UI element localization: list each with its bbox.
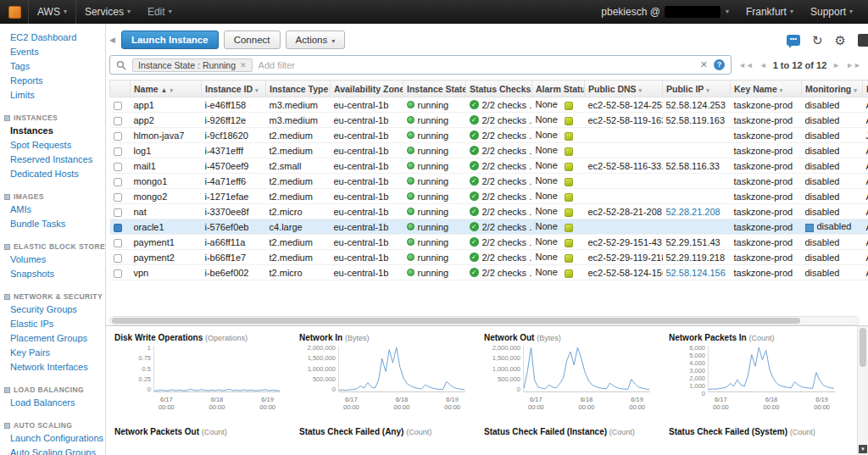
chart-status-check-failed-system[interactable]: Status Check Failed (System) (Count) (669, 424, 854, 438)
sidebar-item-bundle-tasks[interactable]: Bundle Tasks (0, 217, 105, 231)
row-checkbox[interactable] (114, 254, 122, 263)
table-row-app1[interactable]: app1i-e46ff158m3.mediumeu-central-1brunn… (110, 97, 868, 113)
public-ip-cell[interactable]: 52.28.21.208 (663, 204, 731, 219)
sidebar-item-spot-requests[interactable]: Spot Requests (0, 138, 105, 153)
row-checkbox[interactable] (114, 163, 122, 171)
column-header-key-name[interactable]: Key Name▾ (731, 80, 802, 97)
filter-help-icon[interactable]: ? (714, 59, 725, 70)
create-alarm-icon[interactable] (565, 163, 573, 171)
actions-button[interactable]: Actions▾ (286, 31, 346, 49)
nav-menu-aws[interactable]: AWS ▾ (29, 0, 75, 24)
clear-filters-icon[interactable]: ✕ (700, 59, 708, 70)
chart-network-in[interactable]: Network In (Bytes)2,000,0001,500,0001,00… (299, 330, 484, 411)
column-header-checkbox[interactable] (110, 80, 131, 97)
column-header-instance-type[interactable]: Instance Type▾ (266, 80, 331, 97)
nav-menu-edit[interactable]: Edit ▾ (139, 0, 181, 24)
sidebar-item-auto-scaling-groups[interactable]: Auto Scaling Groups (0, 446, 105, 455)
vertical-scrollbar-thumb[interactable] (860, 328, 866, 367)
create-alarm-icon[interactable] (565, 224, 573, 232)
row-checkbox[interactable] (114, 208, 122, 217)
chart-network-out[interactable]: Network Out (Bytes)2,000,0001,500,0001,0… (484, 330, 669, 411)
first-page-icon[interactable]: ◄◄ (738, 61, 754, 69)
table-row-hlmon-java7[interactable]: hlmon-java7i-9cf18620t2.mediumeu-central… (110, 128, 868, 143)
column-header-public-dns[interactable]: Public DNS▾ (585, 80, 663, 97)
column-header-status-checks[interactable]: Status Checks▾ (466, 80, 532, 97)
sidebar-item-security-groups[interactable]: Security Groups (0, 302, 105, 317)
sidebar-item-load-balancers[interactable]: Load Balancers (0, 396, 105, 410)
column-header-public-ip[interactable]: Public IP▾ (663, 80, 731, 97)
column-header-l[interactable]: L▾ (863, 80, 868, 97)
row-checkbox[interactable] (114, 117, 122, 125)
row-checkbox[interactable] (114, 178, 122, 186)
nav-support-menu[interactable]: Support ▾ (802, 0, 861, 24)
sidebar-item-limits[interactable]: Limits (0, 88, 105, 103)
horizontal-scrollbar[interactable] (109, 316, 860, 325)
column-header-availability-zone[interactable]: Availability Zone▾ (331, 80, 403, 97)
row-checkbox[interactable] (114, 239, 122, 247)
remove-filter-icon[interactable]: ✕ (240, 61, 247, 69)
chart-status-check-failed-any[interactable]: Status Check Failed (Any) (Count) (299, 424, 484, 438)
sidebar-item-elastic-ips[interactable]: Elastic IPs (0, 317, 105, 331)
chart-network-packets-in[interactable]: Network Packets In (Count)6,0005,0004,00… (669, 330, 854, 411)
row-checkbox[interactable] (114, 132, 122, 141)
chart-disk-write-operations[interactable]: Disk Write Operations (Operations)10.750… (114, 330, 299, 411)
row-checkbox[interactable] (114, 102, 122, 110)
table-row-payment1[interactable]: payment1i-a66ff11at2.mediumeu-central-1b… (110, 235, 868, 250)
row-checkbox[interactable] (114, 147, 122, 156)
sidebar-item-placement-groups[interactable]: Placement Groups (0, 331, 105, 346)
sidebar-item-amis[interactable]: AMIs (0, 203, 105, 217)
chart-network-packets-out[interactable]: Network Packets Out (Count) (114, 424, 299, 438)
table-row-mongo2[interactable]: mongo2i-1271efaet2.mediumeu-central-1bru… (110, 189, 868, 204)
sidebar-item-launch-configurations[interactable]: Launch Configurations (0, 431, 105, 446)
sidebar-item-reports[interactable]: Reports (0, 74, 105, 88)
sidebar-item-events[interactable]: Events (0, 45, 105, 59)
sidebar-item-dedicated-hosts[interactable]: Dedicated Hosts (0, 167, 105, 181)
sidebar-item-key-pairs[interactable]: Key Pairs (0, 346, 105, 360)
sidebar-item-volumes[interactable]: Volumes (0, 252, 105, 267)
create-alarm-icon[interactable] (565, 132, 573, 141)
table-row-mongo1[interactable]: mongo1i-4a71eff6t2.mediumeu-central-1bru… (110, 174, 868, 189)
help-icon[interactable] (858, 34, 868, 47)
next-page-icon[interactable]: ► (832, 61, 840, 69)
table-row-vpn[interactable]: vpni-be6ef002t2.microeu-central-1brunnin… (110, 265, 868, 280)
horizontal-scrollbar-thumb[interactable] (112, 318, 800, 324)
vertical-scrollbar[interactable]: ▼ (857, 326, 868, 455)
table-row-log1[interactable]: log1i-4371effft2.mediumeu-central-1brunn… (110, 143, 868, 158)
refresh-icon[interactable]: ↻ (812, 34, 823, 47)
gear-icon[interactable]: ⚙ (835, 34, 846, 47)
sidebar-item-network-interfaces[interactable]: Network Interfaces (0, 360, 105, 375)
table-row-nat[interactable]: nati-3370ee8ft2.microeu-central-1brunnin… (110, 204, 868, 219)
column-header-monitoring[interactable]: Monitoring▾ (802, 80, 863, 97)
nav-region-menu[interactable]: Frankfurt ▾ (737, 0, 802, 24)
create-alarm-icon[interactable] (565, 269, 573, 278)
create-alarm-icon[interactable] (565, 117, 573, 125)
create-alarm-icon[interactable] (565, 147, 573, 156)
sidebar-item-instances[interactable]: Instances (0, 124, 105, 138)
table-row-app2[interactable]: app2i-926ff12em3.mediumeu-central-1brunn… (110, 113, 868, 128)
scroll-down-icon[interactable]: ▼ (859, 445, 867, 453)
create-alarm-icon[interactable] (565, 102, 573, 110)
sidebar-item-reserved-instances[interactable]: Reserved Instances (0, 153, 105, 167)
column-header-instance-state[interactable]: Instance State▾ (403, 80, 466, 97)
nav-menu-services[interactable]: Services ▾ (76, 0, 139, 24)
table-row-payment2[interactable]: payment2i-b66ff1e7t2.mediumeu-central-1b… (110, 250, 868, 265)
sidebar-item-tags[interactable]: Tags (0, 59, 105, 74)
column-header-instance-id[interactable]: Instance ID▾ (202, 80, 266, 97)
column-header-name[interactable]: Name▲▾ (131, 80, 202, 97)
prev-page-icon[interactable]: ◄ (760, 61, 767, 69)
filter-search-box[interactable]: Instance State : Running ✕ Add filter ✕ … (109, 55, 732, 75)
nav-account-menu[interactable]: pbekiesch @ ▾ (593, 0, 737, 24)
create-alarm-icon[interactable] (565, 178, 573, 186)
column-header-alarm-status[interactable]: Alarm Status▾ (532, 80, 585, 97)
create-alarm-icon[interactable] (565, 208, 573, 217)
last-page-icon[interactable]: ►► (846, 61, 861, 69)
aws-logo-icon[interactable] (8, 6, 21, 19)
public-ip-cell[interactable]: 52.58.124.156 (663, 265, 731, 280)
create-alarm-icon[interactable] (565, 193, 573, 202)
connect-button[interactable]: Connect (224, 31, 281, 49)
sidebar-item-ec2-dashboard[interactable]: EC2 Dashboard (0, 31, 105, 45)
row-checkbox[interactable] (114, 224, 122, 232)
chart-status-check-failed-instance[interactable]: Status Check Failed (Instance) (Count) (484, 424, 669, 438)
collapse-sidebar-icon[interactable]: ◀ (109, 36, 115, 44)
create-alarm-icon[interactable] (565, 239, 573, 247)
